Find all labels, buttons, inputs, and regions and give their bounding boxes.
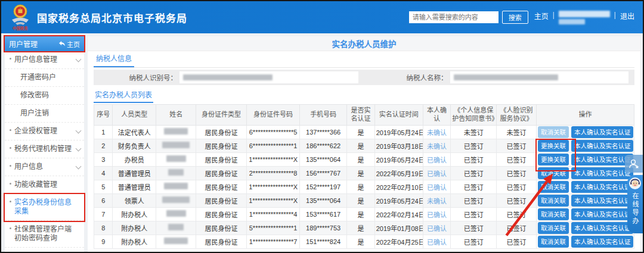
face-agreement-status: 已签订 — [497, 235, 537, 248]
verify-time: 2022年02月14日 — [374, 207, 423, 221]
verify-time: 2022年02月10日 — [374, 180, 423, 193]
site-title: 国家税务总局北京市电子税务局 — [37, 10, 187, 25]
logout-link[interactable]: 退出 — [620, 11, 634, 21]
cancel-link-button[interactable]: 取消关联 — [538, 181, 569, 193]
row-number: 4 — [94, 166, 113, 180]
table-row: 5普通管理员居民身份证1****************X152*****197… — [94, 180, 634, 193]
sidebar-item[interactable]: 实名办税身份信息采集 — [5, 194, 84, 221]
operation-cell: 更换关联本人确认及实名认证 — [536, 152, 634, 166]
person-type: 附办税人 — [113, 235, 156, 248]
privacy-notice-status: 已签订 — [451, 139, 497, 152]
app-window: 中国税务 国家税务总局北京市电子税务局 搜索 主页 | | 退出 — [0, 0, 644, 253]
person-star-icon — [628, 158, 640, 170]
is-verified: 是 — [347, 125, 375, 139]
cancel-link-button[interactable]: 取消关联 — [538, 236, 569, 248]
column-header: 姓名 — [156, 105, 196, 126]
swap-link-button[interactable]: 更换关联 — [538, 140, 569, 152]
name-redacted — [156, 139, 196, 152]
search-button[interactable]: 搜索 — [502, 11, 528, 24]
sidebar-items: 用户信息管理开通密码户修改密码用户注销企业授权管理税务代理机构管理用户信息功能收… — [5, 51, 84, 248]
search-input[interactable] — [409, 11, 499, 23]
sidebar-header-label: 用户管理 — [9, 39, 38, 49]
swap-link-button[interactable]: 更换关联 — [538, 154, 569, 165]
cancel-link-button[interactable]: 取消关联 — [538, 167, 569, 179]
verify-time: 2019年05月24日 — [374, 152, 423, 166]
column-header: 操作 — [536, 105, 634, 126]
table-row: 2财务负责人居民身份证6****************1186*****622… — [94, 139, 634, 152]
online-guide-float-bar[interactable]: 在线导办 — [627, 175, 643, 233]
sidebar-item[interactable]: 税务代理机构管理 — [5, 140, 84, 158]
row-number: 2 — [94, 139, 113, 152]
home-shortcut[interactable]: 主页 — [59, 39, 80, 49]
self-confirm: 未确认 — [423, 193, 451, 207]
table-row: 7附办税人居民身份证1****************4153*****617是… — [94, 207, 634, 221]
person-type: 附办税人 — [113, 221, 156, 235]
confirm-and-verify-button[interactable]: 本人确认及实名认证 — [571, 181, 634, 193]
id-type: 居民身份证 — [196, 235, 247, 248]
sidebar-item[interactable]: 开通密码户 — [5, 69, 84, 87]
id-number: 1****************X — [247, 193, 300, 207]
confirm-and-verify-button[interactable]: 本人确认及实名认证 — [571, 140, 634, 152]
bullet-icon — [10, 183, 11, 185]
face-agreement-status: 已签订 — [497, 207, 537, 221]
sidebar-item[interactable]: 用户注销 — [5, 105, 84, 123]
table-row: 6领票人居民身份证1****************X135*****064是2… — [94, 193, 634, 207]
face-agreement-status: 未签订 — [497, 125, 537, 139]
operation-cell: 取消关联本人确认及实名认证 — [536, 166, 634, 180]
user-service-float-button[interactable] — [625, 155, 643, 173]
table-row: 3办税员居民身份证1****************X135*****064是2… — [94, 152, 634, 166]
cancel-link-button[interactable]: 取消关联 — [538, 222, 569, 234]
is-verified: 是 — [347, 221, 375, 235]
phone-number: 189*****753 — [300, 221, 347, 235]
id-number: 1****************7 — [247, 235, 300, 248]
sidebar-item[interactable]: 社保费管理客户端初始密码查询 — [5, 221, 84, 248]
sidebar-item[interactable]: 企业授权管理 — [5, 123, 84, 140]
face-agreement-status: 已签订 — [497, 139, 537, 152]
sidebar-item[interactable]: 功能收藏管理 — [5, 176, 84, 194]
privacy-notice-status: 已签订 — [451, 152, 497, 166]
self-confirm: 已确认 — [423, 207, 451, 221]
tab-taxpayer-info[interactable]: 纳税人信息 — [94, 53, 134, 67]
cancel-link-button[interactable]: 取消关联 — [538, 208, 569, 220]
phone-number: 137*****366 — [300, 125, 347, 139]
operation-cell: 取消关联本人确认及实名认证 — [536, 125, 634, 139]
cancel-link-button[interactable]: 取消关联 — [538, 126, 569, 138]
confirm-and-verify-button[interactable]: 本人确认及实名认证 — [571, 208, 634, 220]
sidebar-item[interactable]: 用户信息管理 — [5, 51, 84, 69]
tab-personnel-list[interactable]: 实名办税人员列表 — [94, 89, 153, 103]
confirm-and-verify-button[interactable]: 本人确认及实名认证 — [571, 222, 634, 234]
row-number: 5 — [94, 180, 113, 193]
name-redacted — [156, 235, 196, 248]
home-link[interactable]: 主页 — [534, 11, 549, 21]
person-type: 法定代表人 — [113, 125, 156, 139]
face-agreement-status: 已签订 — [497, 193, 537, 207]
sidebar-item[interactable]: 修改密码 — [5, 87, 84, 105]
confirm-and-verify-button[interactable]: 本人确认及实名认证 — [571, 236, 634, 248]
id-type: 居民身份证 — [196, 207, 247, 221]
confirm-and-verify-button[interactable]: 本人确认及实名认证 — [571, 126, 634, 138]
chevron-down-icon — [76, 57, 82, 63]
privacy-notice-status: 已签订 — [451, 235, 497, 248]
sidebar-item-label: 开通密码户 — [20, 73, 58, 82]
confirm-and-verify-button[interactable]: 本人确认及实名认证 — [571, 154, 634, 165]
column-header: 是否实名认证 — [347, 105, 375, 126]
person-type: 普通管理员 — [113, 180, 156, 193]
confirm-and-verify-button[interactable]: 本人确认及实名认证 — [571, 167, 634, 179]
face-agreement-status: 已签订 — [497, 152, 537, 166]
cancel-link-button[interactable]: 取消关联 — [538, 195, 569, 207]
sidebar-header-user-management[interactable]: 用户管理 主页 — [5, 36, 84, 51]
is-verified: 是 — [347, 139, 375, 152]
privacy-notice-status: 未签订 — [451, 125, 497, 139]
table-row: 8附办税人居民身份证5****************1189*****753是… — [94, 221, 634, 235]
confirm-and-verify-button[interactable]: 本人确认及实名认证 — [571, 195, 634, 207]
self-confirm: 已确认 — [423, 221, 451, 235]
id-type: 居民身份证 — [196, 125, 247, 139]
name-redacted — [156, 152, 196, 166]
phone-number: 135*****064 — [300, 152, 347, 166]
taxpayer-id-label: 纳税人识别号： — [94, 73, 177, 82]
self-confirm: 已确认 — [423, 180, 451, 193]
phone-number: 153*****617 — [300, 207, 347, 221]
privacy-notice-status: 已签订 — [451, 166, 497, 180]
id-number: 1****************X — [247, 180, 300, 193]
sidebar-item[interactable]: 用户信息 — [5, 158, 84, 176]
